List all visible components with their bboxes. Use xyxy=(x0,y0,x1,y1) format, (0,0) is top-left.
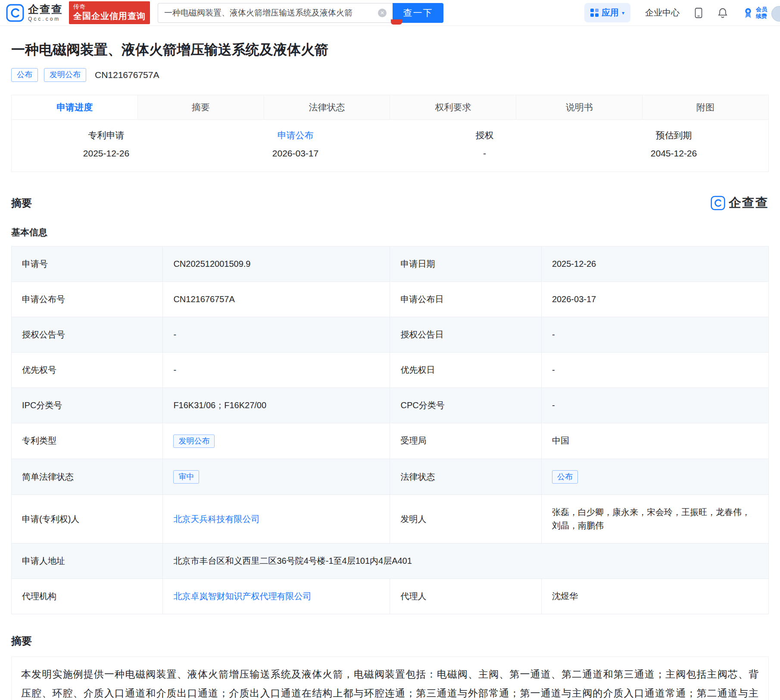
field-value: - xyxy=(163,352,390,388)
tab-claims[interactable]: 权利要求 xyxy=(390,95,516,119)
tab-abstract[interactable]: 摘要 xyxy=(138,95,264,119)
qcc-logo-icon xyxy=(6,4,24,22)
field-label: 申请号 xyxy=(12,246,163,281)
field-value: 审中 xyxy=(163,459,390,494)
field-value: 北京卓岚智财知识产权代理有限公司 xyxy=(163,579,390,614)
enterprise-center-link[interactable]: 企业中心 xyxy=(645,7,680,19)
table-row: 申请(专利权)人北京天兵科技有限公司发明人张磊，白少卿，康永来，宋会玲，王振旺，… xyxy=(12,495,769,544)
table-row: 申请号CN202512001509.9申请日期2025-12-26 xyxy=(12,246,769,281)
patent-detail-card: 申请进度摘要法律状态权利要求说明书附图 专利申请2025-12-26申请公布20… xyxy=(11,95,769,172)
field-label: 申请日期 xyxy=(390,246,541,281)
timeline-stage-label: 专利申请 xyxy=(12,129,201,141)
header-nav: 应用 ▾ 企业中心 会员 xyxy=(584,3,780,22)
patent-number: CN121676757A xyxy=(95,70,159,80)
entity-link[interactable]: 北京天兵科技有限公司 xyxy=(173,514,259,524)
table-row: 申请公布号CN121676757A申请公布日2026-03-17 xyxy=(12,281,769,317)
field-label: 授权公告日 xyxy=(390,317,541,352)
field-label: 优先权号 xyxy=(12,352,163,388)
mobile-app-icon[interactable] xyxy=(694,7,703,19)
field-value: 2026-03-17 xyxy=(541,281,768,317)
patent-type-badge: 发明公布 xyxy=(44,68,86,82)
field-label: 发明人 xyxy=(390,495,541,544)
apps-grid-icon xyxy=(590,9,599,17)
page-title: 一种电磁阀装置、液体火箭增压输送系统及液体火箭 xyxy=(11,41,769,59)
summary-section-head: 摘要 企查查 xyxy=(11,194,769,212)
field-value: CN121676757A xyxy=(163,281,390,317)
table-row: 简单法律状态审中法律状态公布 xyxy=(12,459,769,494)
status-badge: 发明公布 xyxy=(173,434,215,448)
field-value: 沈煜华 xyxy=(541,579,768,614)
field-label: 法律状态 xyxy=(390,459,541,494)
table-row: 授权公告号-授权公告日- xyxy=(12,317,769,352)
field-value: - xyxy=(541,388,768,423)
timeline-stage-date: - xyxy=(390,148,579,159)
search-input[interactable]: 一种电磁阀装置、液体火箭增压输送系统及液体火箭 ✕ xyxy=(158,3,393,23)
table-row: 优先权号-优先权日- xyxy=(12,352,769,388)
timeline-stage-label: 授权 xyxy=(390,129,579,141)
field-label: 申请公布日 xyxy=(390,281,541,317)
field-value: 张磊，白少卿，康永来，宋会玲，王振旺，龙春伟，刘晶，南鹏伟 xyxy=(541,495,768,544)
table-row: IPC分类号F16K31/06；F16K27/00CPC分类号- xyxy=(12,388,769,423)
timeline-stage: 申请公布2026-03-17 xyxy=(201,129,390,159)
promo-banner: 传奇 全国企业信用查询 xyxy=(69,1,150,24)
promo-ribbon xyxy=(391,19,402,25)
table-row: 专利类型发明公布受理局中国 xyxy=(12,423,769,459)
abstract-text: 本发明实施例提供一种电磁阀装置、液体火箭增压输送系统及液体火箭，电磁阀装置包括：… xyxy=(21,665,759,700)
main-content: 一种电磁阀装置、液体火箭增压输送系统及液体火箭 公布 发明公布 CN121676… xyxy=(0,41,780,700)
field-label: 代理机构 xyxy=(12,579,163,614)
field-value: 公布 xyxy=(541,459,768,494)
status-badge: 审中 xyxy=(173,470,199,484)
application-timeline: 专利申请2025-12-26申请公布2026-03-17授权-预估到期2045-… xyxy=(12,120,768,172)
tab-bar: 申请进度摘要法律状态权利要求说明书附图 xyxy=(12,95,768,120)
publish-status-badge: 公布 xyxy=(11,68,38,82)
timeline-stage-label: 预估到期 xyxy=(579,129,768,141)
field-value: F16K31/06；F16K27/00 xyxy=(163,388,390,423)
topbar: 企查查 Qcc.com 传奇 全国企业信用查询 一种电磁阀装置、液体火箭增压输送… xyxy=(0,0,780,26)
abstract-section-title: 摘要 xyxy=(11,634,769,648)
logo-title: 企查查 xyxy=(28,4,63,15)
timeline-stage-date: 2025-12-26 xyxy=(12,148,201,159)
field-label: 申请人地址 xyxy=(12,544,163,579)
field-label: CPC分类号 xyxy=(390,388,541,423)
field-label: 授权公告号 xyxy=(12,317,163,352)
member-renew-badge[interactable]: 会员 续费 xyxy=(743,6,767,19)
notification-bell-icon[interactable] xyxy=(718,7,728,19)
clear-search-icon[interactable]: ✕ xyxy=(378,9,387,17)
table-row: 申请人地址北京市丰台区和义西里二区36号院4号楼-1至4层101内4层A401 xyxy=(12,544,769,579)
timeline-stage: 专利申请2025-12-26 xyxy=(12,129,201,159)
tab-description[interactable]: 说明书 xyxy=(516,95,643,119)
status-badge: 公布 xyxy=(552,470,578,484)
field-label: 专利类型 xyxy=(12,423,163,459)
search-value: 一种电磁阀装置、液体火箭增压输送系统及液体火箭 xyxy=(164,7,374,19)
basic-info-title: 基本信息 xyxy=(11,226,769,238)
tab-legal-status[interactable]: 法律状态 xyxy=(264,95,390,119)
field-label: 受理局 xyxy=(390,423,541,459)
field-value: 2025-12-26 xyxy=(541,246,768,281)
field-value: 中国 xyxy=(541,423,768,459)
field-label: IPC分类号 xyxy=(12,388,163,423)
field-value: - xyxy=(163,317,390,352)
apps-label: 应用 xyxy=(602,7,619,19)
field-value: - xyxy=(541,317,768,352)
qcc-logo[interactable]: 企查查 Qcc.com xyxy=(6,4,63,22)
entity-link[interactable]: 北京卓岚智财知识产权代理有限公司 xyxy=(173,591,311,601)
promo-line1: 传奇 xyxy=(73,3,146,11)
tab-progress[interactable]: 申请进度 xyxy=(12,95,138,119)
apps-menu[interactable]: 应用 ▾ xyxy=(584,3,630,22)
field-value: CN202512001509.9 xyxy=(163,246,390,281)
patent-badge-row: 公布 发明公布 CN121676757A xyxy=(11,68,769,82)
basic-info-table: 申请号CN202512001509.9申请日期2025-12-26申请公布号CN… xyxy=(11,246,769,615)
tab-figures[interactable]: 附图 xyxy=(643,95,768,119)
logo-subtitle: Qcc.com xyxy=(28,16,63,22)
summary-section-title: 摘要 xyxy=(11,196,32,210)
promo-line2: 全国企业信用查询 xyxy=(73,11,146,22)
timeline-stage: 预估到期2045-12-26 xyxy=(579,129,768,159)
member-line1: 会员 xyxy=(756,6,767,13)
qcc-watermark-icon xyxy=(711,196,725,210)
field-value: 北京天兵科技有限公司 xyxy=(163,495,390,544)
qcc-watermark: 企查查 xyxy=(711,194,769,212)
vip-medal-icon xyxy=(743,7,754,19)
field-value: 北京市丰台区和义西里二区36号院4号楼-1至4层101内4层A401 xyxy=(163,544,769,579)
field-label: 优先权日 xyxy=(390,352,541,388)
timeline-stage: 授权- xyxy=(390,129,579,159)
